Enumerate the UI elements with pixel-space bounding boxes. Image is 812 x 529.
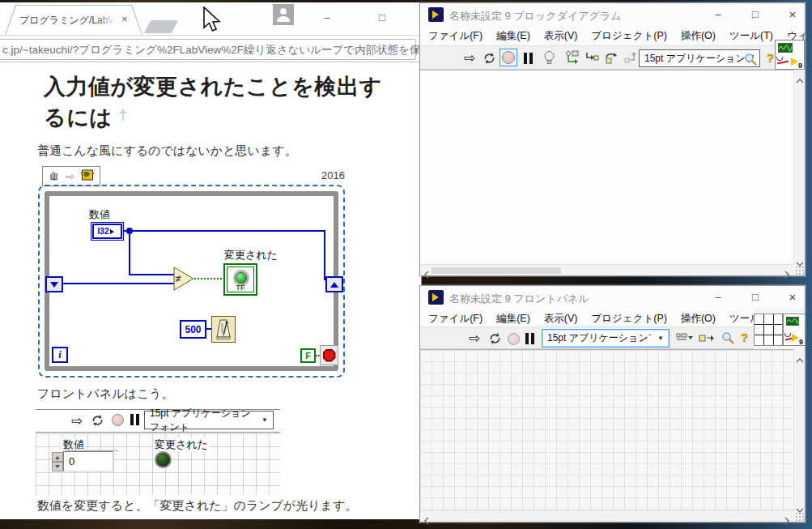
bd-resize-grip[interactable] bbox=[795, 266, 804, 275]
menu-view[interactable]: 表示(V) bbox=[544, 29, 578, 43]
bd-diagram-canvas[interactable] bbox=[420, 70, 795, 266]
fp-title-bar[interactable]: 名称未設定 9 フロントパネル – □ × bbox=[420, 286, 805, 309]
browser-minimize-button[interactable]: – bbox=[316, 7, 338, 28]
bd-font-label: 15pt アプリケーションフォン bbox=[644, 52, 755, 66]
intro-paragraph: 普通こんな風にするのではないかと思います。 bbox=[37, 143, 297, 159]
bd-minimize-button[interactable]: – bbox=[702, 3, 734, 26]
fp-minimize-button[interactable]: – bbox=[702, 286, 734, 309]
fp-numeric-field: 0 bbox=[63, 451, 113, 471]
shift-register-right[interactable] bbox=[325, 276, 343, 292]
fp-panel-canvas[interactable] bbox=[420, 349, 795, 512]
reorder-search-icon[interactable] bbox=[721, 331, 734, 348]
bd-hscroll-thumb[interactable] bbox=[432, 267, 561, 274]
bd-maximize-button[interactable]: □ bbox=[739, 3, 772, 26]
false-constant-text: F bbox=[305, 351, 311, 360]
scroll-right-icon[interactable] bbox=[784, 514, 792, 520]
shift-register-left[interactable] bbox=[45, 276, 63, 292]
fp-toolbar: ⇨ 15pt アプリケーションフォント ▼ ? bbox=[420, 326, 754, 349]
bd-close-button[interactable]: × bbox=[776, 3, 809, 26]
retain-wire-values-icon[interactable] bbox=[564, 50, 580, 68]
bd-abort-button[interactable] bbox=[500, 49, 517, 66]
fp-close-button[interactable]: × bbox=[776, 286, 809, 309]
tab-close-icon[interactable]: × bbox=[121, 13, 128, 25]
scroll-down-icon[interactable] bbox=[796, 502, 804, 509]
bd-vi-icon[interactable]: 9 bbox=[775, 40, 805, 70]
bd-font-selector[interactable]: 15pt アプリケーションフォン bbox=[639, 49, 760, 67]
loop-condition-terminal[interactable] bbox=[320, 345, 338, 365]
front-panel-figure: ⇨ 15pt アプリケーションフォント ▼ 数値 0 bbox=[36, 406, 282, 500]
bd-menu-bar: ファイル(F) 編集(E) 表示(V) プロジェクト(P) 操作(O) ツール(… bbox=[420, 26, 805, 45]
numeric-control-terminal[interactable]: I32 bbox=[91, 222, 124, 241]
menu-file[interactable]: ファイル(F) bbox=[428, 312, 483, 326]
front-panel-caption: フロントパネルはこう。 bbox=[37, 386, 174, 402]
fp-run-continuous-button[interactable] bbox=[488, 332, 502, 348]
iteration-terminal[interactable]: i bbox=[52, 347, 68, 363]
scroll-left-icon[interactable] bbox=[423, 267, 432, 274]
menu-project[interactable]: プロジェクト(P) bbox=[591, 312, 666, 326]
scroll-down-icon[interactable] bbox=[796, 256, 804, 262]
fp-run-button[interactable]: ⇨ bbox=[469, 331, 480, 345]
vi-number-badge: 9 bbox=[798, 62, 802, 70]
web-page: 入力値が変更されたことを検出す るには† 普通こんな風にするのではないかと思いま… bbox=[0, 62, 421, 519]
bd-run-continuous-button[interactable] bbox=[483, 52, 496, 68]
not-equal-node[interactable]: ≠ bbox=[173, 267, 194, 291]
menu-operate[interactable]: 操作(O) bbox=[681, 312, 716, 326]
tab-surface[interactable]: プログラミング/LabView/繰り × bbox=[6, 6, 142, 35]
menu-view[interactable]: 表示(V) bbox=[544, 312, 578, 326]
boolean-indicator-terminal[interactable]: TF bbox=[223, 263, 257, 296]
align-objects-icon[interactable] bbox=[676, 332, 694, 348]
bd-run-button[interactable]: ⇨ bbox=[464, 51, 475, 65]
fp-vi-icon[interactable]: 9 bbox=[783, 314, 806, 346]
labview-app-icon bbox=[428, 7, 444, 22]
run-continuous-icon bbox=[91, 414, 104, 430]
vi-blue-wire bbox=[784, 333, 791, 337]
labview-version-label: 2016 bbox=[311, 169, 345, 181]
menu-tools[interactable]: ツール(T) bbox=[729, 312, 754, 326]
fp-horizontal-scrollbar[interactable] bbox=[420, 510, 795, 522]
address-bar[interactable]: c.jp/~takeuchi/?プログラミング%2FLabView%2F繰り返さ… bbox=[0, 39, 416, 60]
scroll-up-icon[interactable] bbox=[796, 352, 804, 359]
bd-horizontal-scrollbar[interactable] bbox=[420, 264, 795, 275]
scroll-left-icon[interactable] bbox=[423, 514, 432, 520]
bd-pause-button[interactable] bbox=[524, 53, 533, 64]
bd-toolbar: ⇨ 15pt アプリケーションフォ bbox=[420, 45, 775, 70]
profile-avatar-icon[interactable] bbox=[273, 4, 294, 25]
vi-waveform-icon bbox=[778, 43, 793, 53]
fp-font-selector[interactable]: 15pt アプリケーションフォント ▼ bbox=[542, 329, 670, 348]
menu-file[interactable]: ファイル(F) bbox=[428, 29, 483, 43]
menu-project[interactable]: プロジェクト(P) bbox=[591, 29, 666, 43]
resize-objects-icon[interactable] bbox=[699, 332, 716, 348]
fp-maximize-button[interactable]: □ bbox=[739, 286, 772, 309]
fp-help-icon[interactable]: ? bbox=[741, 331, 748, 344]
scroll-right-icon[interactable] bbox=[784, 267, 792, 274]
vi-number-badge: 9 bbox=[799, 338, 803, 346]
menu-tools[interactable]: ツール(T) bbox=[729, 29, 773, 43]
new-tab-button[interactable] bbox=[144, 20, 179, 33]
wire-junction-down bbox=[129, 232, 130, 275]
step-over-icon[interactable] bbox=[604, 51, 619, 67]
scroll-up-icon[interactable] bbox=[796, 73, 804, 79]
step-into-icon[interactable] bbox=[585, 52, 599, 67]
fp-resize-grip[interactable] bbox=[795, 512, 804, 521]
false-constant[interactable]: F bbox=[300, 348, 316, 363]
wire-down-to-right-sr bbox=[324, 232, 325, 280]
menu-edit[interactable]: 編集(E) bbox=[496, 29, 530, 43]
heading-anchor-link[interactable]: † bbox=[118, 106, 127, 123]
browser-tab[interactable]: プログラミング/LabView/繰り × bbox=[5, 5, 142, 35]
wait-ms-value: 500 bbox=[185, 324, 201, 335]
menu-operate[interactable]: 操作(O) bbox=[681, 29, 716, 43]
bd-help-icon[interactable]: ? bbox=[767, 51, 774, 65]
highlight-execution-icon[interactable] bbox=[543, 50, 555, 69]
fp-grid-alignment-icon[interactable] bbox=[754, 314, 783, 346]
wire-numeric-to-right-sr bbox=[124, 230, 325, 232]
menu-edit[interactable]: 編集(E) bbox=[496, 312, 530, 326]
fp-pause-button[interactable] bbox=[525, 333, 534, 344]
wait-ms-constant[interactable]: 500 bbox=[180, 320, 206, 339]
fp-abort-button[interactable] bbox=[508, 333, 520, 345]
step-out-icon[interactable] bbox=[623, 52, 636, 67]
bd-vertical-scrollbar[interactable] bbox=[793, 70, 805, 266]
browser-maximize-button[interactable]: □ bbox=[371, 7, 393, 28]
fp-vertical-scrollbar[interactable] bbox=[793, 349, 805, 512]
bd-title-bar[interactable]: 名称未設定 9 ブロックダイアグラム – □ × bbox=[420, 3, 805, 26]
wait-metronome-icon[interactable] bbox=[211, 316, 236, 343]
